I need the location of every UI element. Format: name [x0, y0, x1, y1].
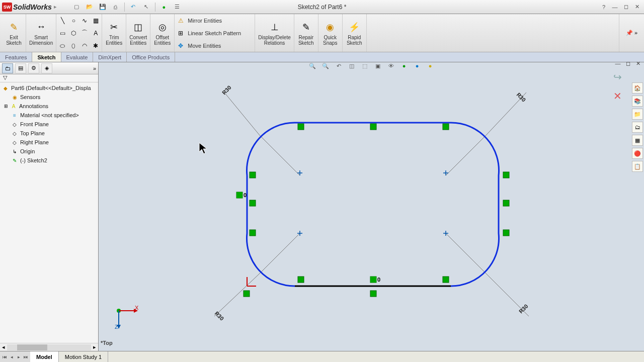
- display-relations-button[interactable]: ⊥ Display/Delete Relations: [255, 14, 294, 52]
- feature-tree: ◆Part6 (Default<<Default>_Displa ◉Sensor…: [0, 82, 98, 343]
- rapid-sketch-button[interactable]: ⚡ Rapid Sketch: [343, 14, 367, 52]
- tab-prev-icon[interactable]: ◂: [8, 353, 15, 360]
- convert-entities-button[interactable]: ◫ Convert Entities: [126, 14, 150, 52]
- svg-rect-21: [443, 277, 449, 283]
- dim-r30-br: R30: [518, 303, 529, 315]
- smart-dimension-button[interactable]: ↔ Smart Dimension: [26, 14, 56, 52]
- ribbon-customize-button[interactable]: 📌 »: [619, 14, 644, 52]
- text-icon[interactable]: A: [92, 29, 100, 37]
- tree-origin[interactable]: ↳Origin: [0, 147, 98, 156]
- ellipse-icon[interactable]: ⬯: [69, 42, 77, 50]
- tree-sketch2[interactable]: ✎(-) Sketch2: [0, 156, 98, 165]
- inner-close-icon[interactable]: ✕: [634, 59, 642, 67]
- options-icon[interactable]: ☰: [173, 3, 182, 12]
- maximize-icon[interactable]: ◻: [622, 3, 630, 11]
- svg-line-7: [446, 233, 486, 274]
- prev-view-icon[interactable]: ↶: [334, 61, 344, 71]
- feature-manager-tab-icon[interactable]: 🗀: [2, 63, 13, 73]
- hide-show-icon[interactable]: 👁: [386, 61, 396, 71]
- pattern-group: ⚠Mirror Entities ⊞Linear Sketch Pattern …: [175, 14, 255, 52]
- undo-icon[interactable]: ↶: [129, 3, 138, 12]
- graphics-area[interactable]: 🔍 🔍 ↶ ◫ ⬚ ▣ 👁 ● ● ● — ◻ ✕ ↪ ✕ 🏠 📚 📁 🗂 ▦ …: [99, 62, 644, 351]
- linear-pattern-icon[interactable]: ⊞: [177, 29, 185, 37]
- tab-last-icon[interactable]: ⏭: [22, 353, 29, 360]
- new-icon[interactable]: ▢: [72, 3, 81, 12]
- svg-rect-25: [236, 192, 243, 198]
- select-icon[interactable]: ↖: [142, 3, 151, 12]
- save-icon[interactable]: 💾: [98, 3, 107, 12]
- dimxpert-tab-icon[interactable]: ◈: [41, 63, 52, 73]
- svg-rect-22: [244, 291, 250, 297]
- tab-sketch[interactable]: Sketch: [32, 52, 61, 62]
- svg-text:Z: Z: [115, 324, 118, 330]
- filter-bar[interactable]: ▽: [0, 74, 98, 82]
- slot-icon[interactable]: ⬭: [58, 42, 66, 50]
- tree-annotations[interactable]: ⊞AAnnotations: [0, 102, 98, 111]
- offset-entities-button[interactable]: ◎ Offset Entities: [150, 14, 175, 52]
- panel-expand-icon[interactable]: »: [93, 65, 96, 71]
- svg-text:0: 0: [377, 277, 380, 283]
- fillet-icon[interactable]: ⌒: [80, 29, 89, 37]
- open-icon[interactable]: 📂: [85, 3, 94, 12]
- tab-first-icon[interactable]: ⏮: [1, 353, 8, 360]
- offset-icon: ◎: [156, 21, 169, 34]
- svg-line-5: [446, 135, 486, 175]
- render-icon[interactable]: ●: [425, 61, 435, 71]
- configuration-tab-icon[interactable]: ⚙: [28, 63, 39, 73]
- quick-snaps-icon: ◉: [324, 21, 337, 34]
- panel-scrollbar[interactable]: ◂ ▸: [0, 343, 98, 351]
- section-view-icon[interactable]: ◫: [347, 61, 357, 71]
- rect-grid-icon[interactable]: ▦: [92, 17, 100, 25]
- svg-rect-15: [250, 200, 256, 206]
- tree-root[interactable]: ◆Part6 (Default<<Default>_Displa: [0, 83, 98, 93]
- tab-office[interactable]: Office Products: [127, 52, 175, 62]
- bottom-tab-model[interactable]: Model: [30, 351, 59, 362]
- tab-features[interactable]: Features: [0, 52, 32, 62]
- zoom-fit-icon[interactable]: 🔍: [307, 61, 317, 71]
- tree-front-plane[interactable]: ◇Front Plane: [0, 120, 98, 129]
- point-icon[interactable]: ✱: [92, 42, 100, 50]
- move-icon[interactable]: ✥: [177, 42, 185, 50]
- dim-r30-bl: R30: [214, 310, 225, 322]
- tree-sensors[interactable]: ◉Sensors: [0, 93, 98, 102]
- property-manager-tab-icon[interactable]: ▤: [15, 63, 26, 73]
- repair-icon: ✎: [299, 21, 312, 34]
- zoom-area-icon[interactable]: 🔍: [320, 61, 331, 71]
- exit-sketch-button[interactable]: ✎ Exit Sketch: [2, 14, 26, 52]
- close-icon[interactable]: ✕: [633, 3, 641, 11]
- tab-dimxpert[interactable]: DimXpert: [93, 52, 127, 62]
- repair-sketch-button[interactable]: ✎ Repair Sketch: [294, 14, 318, 52]
- line-icon[interactable]: ╲: [58, 17, 66, 25]
- tree-material[interactable]: ≡Material <not specified>: [0, 111, 98, 120]
- circle-icon[interactable]: ○: [69, 17, 77, 25]
- app-name: SolidWorks: [13, 3, 52, 11]
- minimize-icon[interactable]: —: [611, 3, 619, 11]
- bottom-tab-motion[interactable]: Motion Study 1: [59, 351, 108, 362]
- scene-icon[interactable]: ●: [399, 61, 409, 71]
- trim-entities-button[interactable]: ✂ Trim Entities: [102, 14, 126, 52]
- mirror-icon[interactable]: ⚠: [177, 17, 185, 25]
- help-icon[interactable]: ?: [600, 3, 608, 11]
- view-orient-icon[interactable]: ⬚: [360, 61, 370, 71]
- svg-line-2: [214, 274, 260, 316]
- app-menu-arrow-icon[interactable]: ▸: [54, 4, 57, 10]
- app-logo-icon: SW: [2, 3, 12, 12]
- arc-icon[interactable]: ◠: [80, 42, 89, 50]
- sketch-tools-group: ╲○∿▦ ▭⬡⌒A ⬭⬯◠✱: [56, 14, 102, 52]
- print-icon[interactable]: ⎙: [111, 3, 120, 12]
- rect-icon[interactable]: ▭: [58, 29, 66, 37]
- appearance-icon[interactable]: ●: [412, 61, 422, 71]
- spline-icon[interactable]: ∿: [80, 17, 89, 25]
- inner-maximize-icon[interactable]: ◻: [624, 59, 632, 67]
- tree-right-plane[interactable]: ◇Right Plane: [0, 138, 98, 147]
- rebuild-icon[interactable]: ●: [159, 3, 169, 12]
- tab-next-icon[interactable]: ▸: [15, 353, 22, 360]
- polygon-icon[interactable]: ⬡: [69, 29, 77, 37]
- display-style-icon[interactable]: ▣: [373, 61, 383, 71]
- svg-line-0: [224, 93, 260, 135]
- tree-top-plane[interactable]: ◇Top Plane: [0, 129, 98, 138]
- svg-line-6: [260, 233, 300, 274]
- tab-evaluate[interactable]: Evaluate: [61, 52, 94, 62]
- inner-minimize-icon[interactable]: —: [614, 59, 622, 67]
- quick-snaps-button[interactable]: ◉ Quick Snaps: [318, 14, 343, 52]
